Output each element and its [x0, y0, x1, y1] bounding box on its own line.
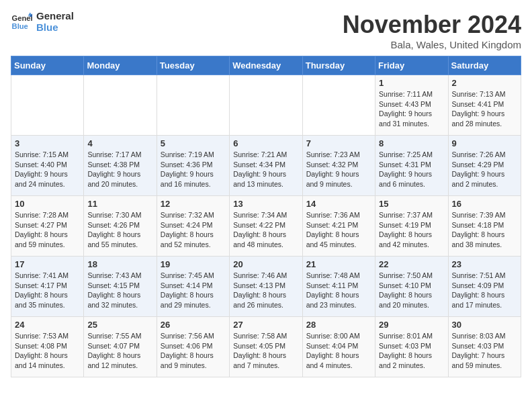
- day-cell: 30Sunrise: 8:03 AM Sunset: 4:03 PM Dayli…: [448, 317, 521, 377]
- day-cell: 2Sunrise: 7:13 AM Sunset: 4:41 PM Daylig…: [448, 75, 521, 136]
- day-info: Sunrise: 7:50 AM Sunset: 4:10 PM Dayligh…: [379, 271, 444, 310]
- day-number: 1: [379, 78, 444, 88]
- day-info: Sunrise: 7:53 AM Sunset: 4:08 PM Dayligh…: [15, 331, 80, 371]
- day-cell: 5Sunrise: 7:19 AM Sunset: 4:36 PM Daylig…: [157, 136, 229, 196]
- day-cell: 12Sunrise: 7:32 AM Sunset: 4:24 PM Dayli…: [157, 196, 229, 257]
- day-info: Sunrise: 7:41 AM Sunset: 4:17 PM Dayligh…: [15, 271, 80, 310]
- day-info: Sunrise: 8:01 AM Sunset: 4:03 PM Dayligh…: [379, 331, 444, 371]
- day-info: Sunrise: 7:48 AM Sunset: 4:11 PM Dayligh…: [306, 271, 371, 310]
- day-cell: 20Sunrise: 7:46 AM Sunset: 4:13 PM Dayli…: [230, 257, 302, 317]
- day-number: 19: [161, 259, 226, 269]
- day-cell: 3Sunrise: 7:15 AM Sunset: 4:40 PM Daylig…: [11, 136, 84, 196]
- week-row-3: 10Sunrise: 7:28 AM Sunset: 4:27 PM Dayli…: [11, 196, 521, 257]
- day-cell: 19Sunrise: 7:45 AM Sunset: 4:14 PM Dayli…: [157, 257, 229, 317]
- day-info: Sunrise: 7:55 AM Sunset: 4:07 PM Dayligh…: [87, 331, 152, 371]
- day-cell: 28Sunrise: 8:00 AM Sunset: 4:04 PM Dayli…: [302, 317, 375, 377]
- day-info: Sunrise: 7:34 AM Sunset: 4:22 PM Dayligh…: [233, 210, 298, 250]
- day-info: Sunrise: 7:32 AM Sunset: 4:24 PM Dayligh…: [161, 210, 226, 250]
- location: Bala, Wales, United Kingdom: [343, 39, 521, 50]
- day-info: Sunrise: 7:23 AM Sunset: 4:32 PM Dayligh…: [306, 150, 371, 189]
- day-cell: 17Sunrise: 7:41 AM Sunset: 4:17 PM Dayli…: [11, 257, 84, 317]
- logo-icon: General Blue: [11, 11, 32, 33]
- day-header-wednesday: Wednesday: [230, 56, 302, 75]
- logo: General Blue General Blue: [11, 11, 74, 33]
- day-cell: 25Sunrise: 7:55 AM Sunset: 4:07 PM Dayli…: [84, 317, 157, 377]
- day-info: Sunrise: 7:13 AM Sunset: 4:41 PM Dayligh…: [452, 89, 517, 129]
- day-number: 3: [15, 138, 80, 148]
- day-number: 7: [306, 138, 371, 148]
- day-info: Sunrise: 7:15 AM Sunset: 4:40 PM Dayligh…: [15, 150, 80, 189]
- day-header-tuesday: Tuesday: [157, 56, 229, 75]
- day-cell: 22Sunrise: 7:50 AM Sunset: 4:10 PM Dayli…: [375, 257, 448, 317]
- day-cell: 9Sunrise: 7:26 AM Sunset: 4:29 PM Daylig…: [448, 136, 521, 196]
- day-number: 18: [87, 259, 152, 269]
- day-info: Sunrise: 7:17 AM Sunset: 4:38 PM Dayligh…: [87, 150, 152, 189]
- month-title: November 2024: [343, 11, 521, 39]
- day-cell: 7Sunrise: 7:23 AM Sunset: 4:32 PM Daylig…: [302, 136, 375, 196]
- day-number: 2: [452, 78, 517, 88]
- day-number: 25: [87, 320, 152, 330]
- day-cell: 15Sunrise: 7:37 AM Sunset: 4:19 PM Dayli…: [375, 196, 448, 257]
- day-number: 21: [306, 259, 371, 269]
- day-number: 6: [233, 138, 298, 148]
- day-cell: [11, 75, 84, 136]
- day-cell: 13Sunrise: 7:34 AM Sunset: 4:22 PM Dayli…: [230, 196, 302, 257]
- day-number: 14: [306, 199, 371, 209]
- day-cell: [230, 75, 302, 136]
- day-number: 20: [233, 259, 298, 269]
- calendar-header-row: SundayMondayTuesdayWednesdayThursdayFrid…: [11, 56, 521, 75]
- week-row-2: 3Sunrise: 7:15 AM Sunset: 4:40 PM Daylig…: [11, 136, 521, 196]
- day-info: Sunrise: 7:25 AM Sunset: 4:31 PM Dayligh…: [379, 150, 444, 189]
- day-number: 15: [379, 199, 444, 209]
- week-row-1: 1Sunrise: 7:11 AM Sunset: 4:43 PM Daylig…: [11, 75, 521, 136]
- day-number: 5: [161, 138, 226, 148]
- day-info: Sunrise: 7:39 AM Sunset: 4:18 PM Dayligh…: [452, 210, 517, 250]
- day-header-monday: Monday: [84, 56, 157, 75]
- day-cell: 14Sunrise: 7:36 AM Sunset: 4:21 PM Dayli…: [302, 196, 375, 257]
- day-cell: 27Sunrise: 7:58 AM Sunset: 4:05 PM Dayli…: [230, 317, 302, 377]
- day-cell: [302, 75, 375, 136]
- day-number: 22: [379, 259, 444, 269]
- day-info: Sunrise: 8:00 AM Sunset: 4:04 PM Dayligh…: [306, 331, 371, 371]
- calendar-body: 1Sunrise: 7:11 AM Sunset: 4:43 PM Daylig…: [11, 75, 521, 377]
- day-number: 12: [161, 199, 226, 209]
- day-info: Sunrise: 7:19 AM Sunset: 4:36 PM Dayligh…: [161, 150, 226, 189]
- day-number: 4: [87, 138, 152, 148]
- day-number: 9: [452, 138, 517, 148]
- week-row-5: 24Sunrise: 7:53 AM Sunset: 4:08 PM Dayli…: [11, 317, 521, 377]
- day-number: 10: [15, 199, 80, 209]
- day-cell: 4Sunrise: 7:17 AM Sunset: 4:38 PM Daylig…: [84, 136, 157, 196]
- day-number: 30: [452, 320, 517, 330]
- header: General Blue General Blue November 2024 …: [11, 11, 521, 50]
- logo-line1: General: [36, 11, 74, 22]
- day-number: 29: [379, 320, 444, 330]
- week-row-4: 17Sunrise: 7:41 AM Sunset: 4:17 PM Dayli…: [11, 257, 521, 317]
- day-cell: 24Sunrise: 7:53 AM Sunset: 4:08 PM Dayli…: [11, 317, 84, 377]
- day-number: 17: [15, 259, 80, 269]
- title-area: November 2024 Bala, Wales, United Kingdo…: [343, 11, 521, 50]
- calendar-table: SundayMondayTuesdayWednesdayThursdayFrid…: [11, 56, 521, 377]
- day-info: Sunrise: 7:30 AM Sunset: 4:26 PM Dayligh…: [87, 210, 152, 250]
- day-cell: 11Sunrise: 7:30 AM Sunset: 4:26 PM Dayli…: [84, 196, 157, 257]
- logo-line2: Blue: [36, 22, 74, 34]
- day-info: Sunrise: 7:56 AM Sunset: 4:06 PM Dayligh…: [161, 331, 226, 371]
- day-cell: 23Sunrise: 7:51 AM Sunset: 4:09 PM Dayli…: [448, 257, 521, 317]
- day-number: 28: [306, 320, 371, 330]
- day-number: 23: [452, 259, 517, 269]
- day-cell: 1Sunrise: 7:11 AM Sunset: 4:43 PM Daylig…: [375, 75, 448, 136]
- day-header-sunday: Sunday: [11, 56, 84, 75]
- day-number: 27: [233, 320, 298, 330]
- day-cell: 26Sunrise: 7:56 AM Sunset: 4:06 PM Dayli…: [157, 317, 229, 377]
- day-info: Sunrise: 7:45 AM Sunset: 4:14 PM Dayligh…: [161, 271, 226, 310]
- day-cell: 18Sunrise: 7:43 AM Sunset: 4:15 PM Dayli…: [84, 257, 157, 317]
- day-number: 13: [233, 199, 298, 209]
- day-number: 24: [15, 320, 80, 330]
- day-header-saturday: Saturday: [448, 56, 521, 75]
- day-info: Sunrise: 7:58 AM Sunset: 4:05 PM Dayligh…: [233, 331, 298, 371]
- day-cell: 16Sunrise: 7:39 AM Sunset: 4:18 PM Dayli…: [448, 196, 521, 257]
- day-header-friday: Friday: [375, 56, 448, 75]
- day-cell: 29Sunrise: 8:01 AM Sunset: 4:03 PM Dayli…: [375, 317, 448, 377]
- svg-text:Blue: Blue: [12, 21, 28, 30]
- day-info: Sunrise: 7:28 AM Sunset: 4:27 PM Dayligh…: [15, 210, 80, 250]
- day-info: Sunrise: 7:26 AM Sunset: 4:29 PM Dayligh…: [452, 150, 517, 189]
